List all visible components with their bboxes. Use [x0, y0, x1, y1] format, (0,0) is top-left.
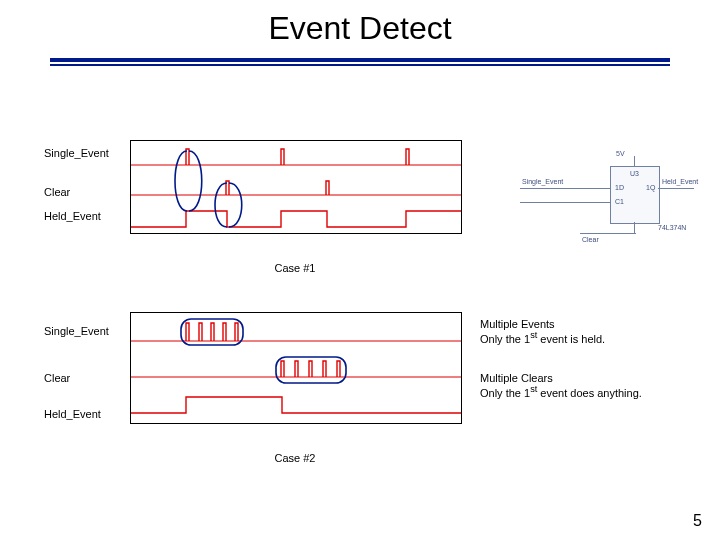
label-single-event-2: Single_Event	[44, 325, 109, 337]
label-clear-1: Clear	[44, 186, 70, 198]
schem-d: 1D	[615, 184, 624, 191]
timing-chart-case2	[130, 312, 462, 424]
schem-single-event: Single_Event	[522, 178, 563, 185]
timing-chart-case1	[130, 140, 462, 234]
label-single-event-1: Single_Event	[44, 147, 109, 159]
case1-caption: Case #1	[245, 262, 345, 274]
title-rule-thin	[50, 64, 670, 66]
schem-u: U3	[630, 170, 639, 177]
schem-q: 1Q	[646, 184, 655, 191]
schem-chip: 74L374N	[658, 224, 686, 231]
schem-clear: Clear	[582, 236, 599, 243]
page-title: Event Detect	[0, 10, 720, 47]
schematic-74l374n: 5V U3 1D 1Q C1 Single_Event Held_Event C…	[520, 148, 695, 243]
case2-caption: Case #2	[245, 452, 345, 464]
note-multiple-events: Multiple Events Only the 1st event is he…	[480, 318, 605, 345]
schem-held-event: Held_Event	[662, 178, 698, 185]
note-multiple-clears: Multiple Clears Only the 1st event does …	[480, 372, 642, 399]
title-rule-thick	[50, 58, 670, 62]
label-held-event-2: Held_Event	[44, 408, 101, 420]
schem-vcc: 5V	[616, 150, 625, 157]
page-number: 5	[693, 512, 702, 530]
label-clear-2: Clear	[44, 372, 70, 384]
label-held-event-1: Held_Event	[44, 210, 101, 222]
schem-clk: C1	[615, 198, 624, 205]
